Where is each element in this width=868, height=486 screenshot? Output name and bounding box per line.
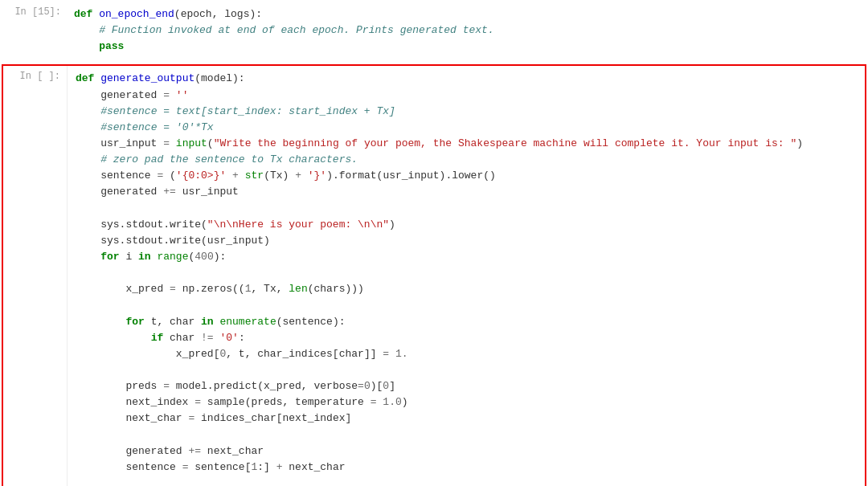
notebook: In [15]: def on_epoch_end(epoch, logs): … xyxy=(0,0,868,486)
cell-main-content: def generate_output(model): generated = … xyxy=(68,66,865,486)
cell-main[interactable]: In [ ]: def generate_output(model): gene… xyxy=(2,64,866,486)
cell-top-content: def on_epoch_end(epoch, logs): # Functio… xyxy=(68,3,868,58)
cell-top-prompt: In [15]: xyxy=(3,3,68,58)
cell-main-prompt: In [ ]: xyxy=(3,66,68,486)
cell-top: In [15]: def on_epoch_end(epoch, logs): … xyxy=(0,0,868,61)
cell-main-wrapper: In [ ]: def generate_output(model): gene… xyxy=(0,64,868,486)
